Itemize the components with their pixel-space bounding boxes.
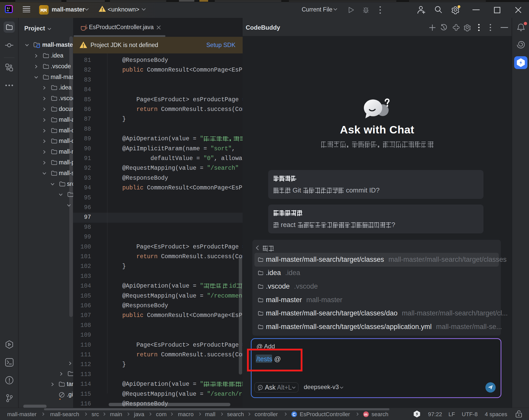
svg-text:MM: MM bbox=[40, 8, 47, 14]
svg-text:m: m bbox=[364, 412, 367, 416]
svg-text:IJ: IJ bbox=[7, 7, 10, 10]
svg-text:C: C bbox=[292, 412, 296, 417]
